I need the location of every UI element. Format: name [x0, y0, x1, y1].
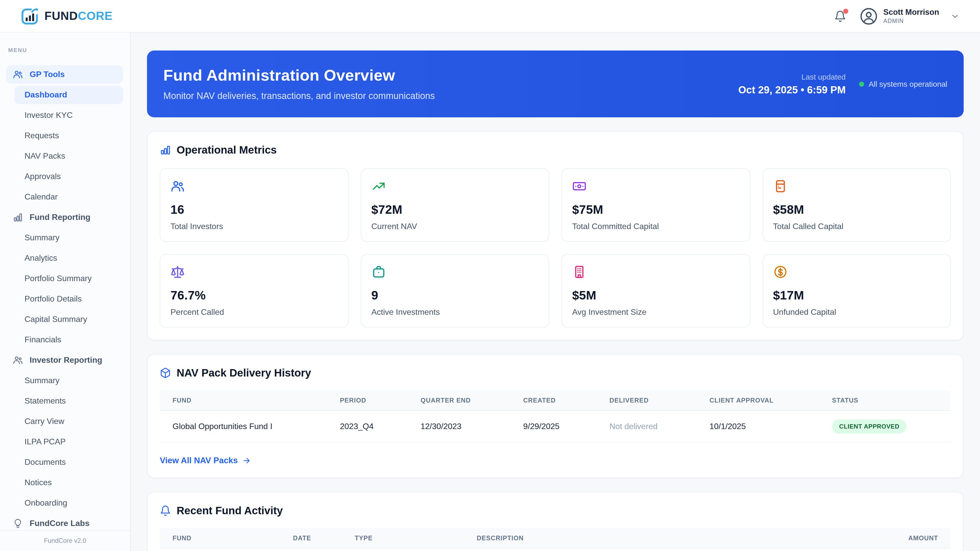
metric-value: $17M [773, 288, 940, 303]
column-header: DATE [293, 534, 355, 541]
cell-created: 9/29/2025 [523, 422, 609, 431]
sidebar-item-onboarding[interactable]: Onboarding [0, 493, 130, 513]
column-header: CLIENT APPROVAL [710, 397, 832, 404]
metric-label: Total Committed Capital [572, 222, 739, 231]
sidebar: MENU GP ToolsDashboardInvestor KYCReques… [0, 33, 130, 551]
metric-label: Total Called Capital [773, 222, 940, 231]
sidebar-item-documents[interactable]: Documents [0, 452, 130, 472]
bar-chart-icon [160, 144, 171, 156]
metric-card-unfunded-capital: $17MUnfunded Capital [762, 254, 951, 327]
sidebar-item-statements[interactable]: Statements [0, 391, 130, 411]
scale-icon [170, 265, 185, 279]
menu-label: MENU [0, 47, 130, 59]
users-icon [13, 355, 23, 365]
bell-icon [160, 505, 171, 516]
column-header: FUND [172, 397, 340, 404]
activity-table: FUNDDATETYPEDESCRIPTIONAMOUNT [160, 528, 951, 548]
metric-card-percent-called: 76.7%Percent Called [160, 254, 348, 327]
sidebar-section-label: FundCore Labs [30, 519, 89, 528]
brand-logo[interactable]: FUNDCORE [21, 6, 113, 26]
lightbulb-icon [13, 518, 23, 529]
sidebar-item-carry-view[interactable]: Carry View [0, 411, 130, 432]
cell-delivered: Not delivered [609, 422, 710, 431]
status-badge: CLIENT APPROVED [832, 419, 907, 433]
sidebar-section-investor-reporting[interactable]: Investor Reporting [0, 350, 130, 370]
circle-dollar-sign-icon [773, 265, 788, 279]
sidebar-item-calendar[interactable]: Calendar [0, 187, 130, 207]
cell-quarter-end: 12/30/2023 [421, 422, 523, 431]
brand-name: FUNDCORE [45, 9, 113, 23]
user-name: Scott Morrison [883, 8, 939, 17]
sidebar-item-notices[interactable]: Notices [0, 472, 130, 493]
metric-label: Avg Investment Size [572, 308, 739, 317]
metric-value: $75M [572, 203, 739, 217]
sidebar-item-analytics[interactable]: Analytics [0, 248, 130, 268]
metric-card-total-investors: 16Total Investors [160, 168, 348, 242]
last-updated: Last updated Oct 29, 2025 • 6:59 PM [738, 72, 846, 96]
sidebar-item-summary[interactable]: Summary [0, 227, 130, 248]
sidebar-item-requests[interactable]: Requests [0, 125, 130, 146]
sidebar-section-fundcore-labs[interactable]: FundCore Labs [0, 513, 130, 530]
overview-banner: Fund Administration Overview Monitor NAV… [147, 51, 964, 118]
main-content: Fund Administration Overview Monitor NAV… [130, 33, 980, 551]
column-header: DELIVERED [609, 397, 710, 404]
metric-value: 76.7% [170, 288, 338, 303]
sidebar-item-portfolio-details[interactable]: Portfolio Details [0, 289, 130, 309]
building-icon [572, 265, 587, 279]
users-icon [13, 69, 23, 79]
column-header: AMOUNT [908, 534, 938, 541]
sidebar-item-nav-packs[interactable]: NAV Packs [0, 146, 130, 166]
section-title-nav-packs: NAV Pack Delivery History [177, 367, 311, 379]
metric-card-current-nav: $72MCurrent NAV [361, 168, 549, 242]
sidebar-section-label: Investor Reporting [30, 356, 102, 365]
metric-card-total-committed-capital: $75MTotal Committed Capital [562, 168, 750, 242]
sidebar-item-dashboard[interactable]: Dashboard [14, 86, 123, 104]
status-text: All systems operational [869, 79, 947, 88]
sidebar-section-label: GP Tools [30, 70, 65, 79]
notification-dot [843, 8, 848, 14]
metric-label: Current NAV [371, 222, 538, 231]
system-status: All systems operational [859, 79, 947, 88]
sidebar-section-label: Fund Reporting [30, 213, 90, 222]
chevron-down-icon[interactable] [950, 11, 959, 21]
status-dot [859, 81, 864, 86]
section-title-metrics: Operational Metrics [177, 144, 277, 156]
column-header: QUARTER END [421, 397, 523, 404]
sidebar-item-investor-kyc[interactable]: Investor KYC [0, 105, 130, 125]
cell-client-approval: 10/1/2025 [710, 422, 832, 431]
nav-pack-history-card: NAV Pack Delivery History FUNDPERIODQUAR… [147, 354, 964, 478]
user-avatar[interactable] [859, 7, 878, 25]
page-subtitle: Monitor NAV deliveries, transactions, an… [163, 91, 738, 102]
metric-card-active-investments: 9Active Investments [361, 254, 549, 327]
package-icon [160, 367, 171, 379]
fundcore-logo-icon [21, 6, 40, 26]
operational-metrics-card: Operational Metrics 16Total Investors$72… [147, 131, 964, 340]
column-header: CREATED [523, 397, 609, 404]
sidebar-section-gp-tools[interactable]: GP Tools [6, 65, 123, 84]
trending-up-icon [371, 179, 386, 193]
sidebar-section-fund-reporting[interactable]: Fund Reporting [0, 207, 130, 227]
column-header: STATUS [832, 397, 938, 404]
recent-activity-card: Recent Fund Activity FUNDDATETYPEDESCRIP… [147, 492, 964, 551]
sidebar-item-capital-summary[interactable]: Capital Summary [0, 309, 130, 330]
user-info[interactable]: Scott Morrison ADMIN [883, 8, 939, 24]
cell-period: 2023_Q4 [340, 422, 421, 431]
briefcase-icon [371, 265, 386, 279]
sidebar-item-approvals[interactable]: Approvals [0, 166, 130, 187]
topbar-right: Scott Morrison ADMIN [834, 7, 959, 25]
column-header: PERIOD [340, 397, 421, 404]
notifications-bell-icon[interactable] [834, 10, 846, 22]
topbar: FUNDCORE Scott Morrison ADMIN [0, 0, 980, 33]
cell-fund: Global Opportunities Fund I [172, 422, 340, 431]
table-row[interactable]: Global Opportunities Fund I2023_Q412/30/… [160, 411, 951, 442]
sidebar-item-ilpa-pcap[interactable]: ILPA PCAP [0, 432, 130, 452]
sidebar-item-financials[interactable]: Financials [0, 330, 130, 350]
app: FUNDCORE Scott Morrison ADMIN [0, 0, 980, 551]
metric-label: Active Investments [371, 308, 538, 317]
section-title-activity: Recent Fund Activity [177, 505, 283, 517]
view-all-nav-packs-link[interactable]: View All NAV Packs [160, 456, 251, 465]
sidebar-item-portfolio-summary[interactable]: Portfolio Summary [0, 268, 130, 289]
metric-value: $72M [371, 203, 538, 217]
metric-value: 16 [170, 203, 338, 217]
sidebar-item-summary[interactable]: Summary [0, 370, 130, 391]
